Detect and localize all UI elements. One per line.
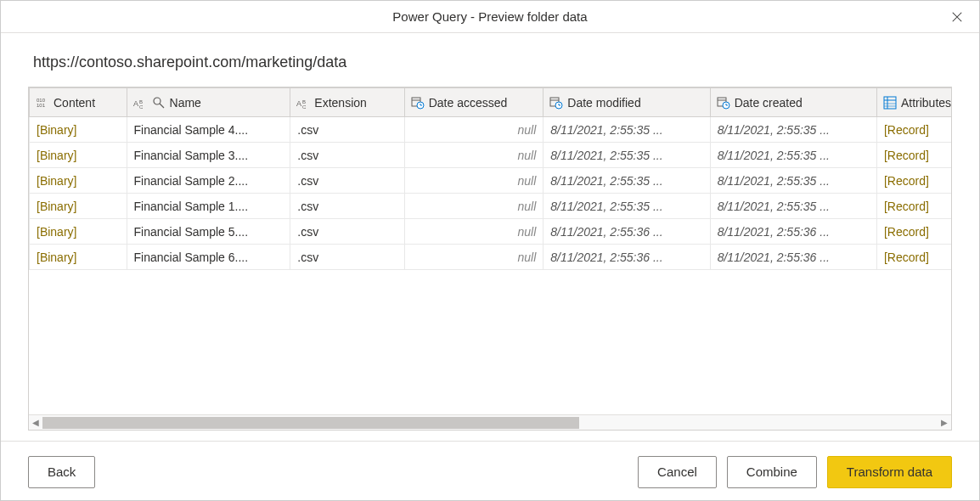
table-cell[interactable]: 8/11/2021, 2:55:35 ...: [710, 194, 876, 219]
close-icon: [951, 11, 963, 23]
table-cell[interactable]: 8/11/2021, 2:55:36 ...: [544, 219, 710, 245]
svg-text:101: 101: [37, 103, 46, 108]
table-cell[interactable]: null: [404, 117, 544, 143]
table-row[interactable]: [Binary]Financial Sample 1.....csvnull8/…: [30, 194, 952, 219]
svg-text:C: C: [302, 104, 307, 110]
titlebar: Power Query - Preview folder data: [1, 1, 979, 33]
combine-button[interactable]: Combine: [727, 456, 817, 488]
scrollbar-thumb[interactable]: [42, 417, 579, 429]
svg-line-6: [160, 104, 164, 108]
preview-table-container: 010101 Content ABC: [28, 87, 952, 431]
table-cell[interactable]: .csv: [290, 168, 404, 194]
col-header-attributes[interactable]: Attributes: [876, 88, 951, 117]
table-body: [Binary]Financial Sample 4.....csvnull8/…: [30, 117, 952, 270]
folder-path: https://contoso.sharepoint.com/marketing…: [28, 53, 952, 71]
table-cell[interactable]: .csv: [290, 117, 404, 143]
col-header-date-accessed[interactable]: Date accessed: [404, 88, 544, 117]
text-type-icon: ABC: [296, 96, 311, 110]
table-cell[interactable]: Financial Sample 2....: [127, 168, 290, 194]
table-cell[interactable]: 8/11/2021, 2:55:35 ...: [710, 168, 876, 194]
table-row[interactable]: [Binary]Financial Sample 2.....csvnull8/…: [30, 168, 952, 194]
table-cell[interactable]: [Record]: [876, 143, 951, 168]
svg-rect-25: [884, 97, 896, 109]
table-cell[interactable]: 8/11/2021, 2:55:35 ...: [544, 117, 710, 143]
table-cell[interactable]: 8/11/2021, 2:55:35 ...: [710, 143, 876, 168]
table-cell[interactable]: [Binary]: [30, 117, 127, 143]
table-cell[interactable]: 8/11/2021, 2:55:36 ...: [544, 245, 710, 270]
svg-text:C: C: [139, 104, 144, 110]
table-row[interactable]: [Binary]Financial Sample 3.....csvnull8/…: [30, 143, 952, 168]
table-cell[interactable]: [Binary]: [30, 245, 127, 270]
table-cell[interactable]: Financial Sample 5....: [127, 219, 290, 245]
datetime-type-icon: [410, 96, 425, 110]
table-cell[interactable]: 8/11/2021, 2:55:35 ...: [710, 117, 876, 143]
key-icon: [151, 96, 166, 110]
datetime-type-icon: [549, 96, 564, 110]
table-cell[interactable]: 8/11/2021, 2:55:36 ...: [710, 219, 876, 245]
dialog-content: https://contoso.sharepoint.com/marketing…: [1, 33, 979, 441]
table-cell[interactable]: .csv: [290, 245, 404, 270]
table-cell[interactable]: [Record]: [876, 219, 951, 245]
table-cell[interactable]: Financial Sample 3....: [127, 143, 290, 168]
back-button[interactable]: Back: [28, 456, 95, 488]
table-cell[interactable]: [Binary]: [30, 143, 127, 168]
table-cell[interactable]: 8/11/2021, 2:55:36 ...: [710, 245, 876, 270]
window-title: Power Query - Preview folder data: [392, 9, 587, 24]
table-header-row: 010101 Content ABC: [30, 88, 952, 117]
table-cell[interactable]: 8/11/2021, 2:55:35 ...: [544, 143, 710, 168]
table-cell[interactable]: [Binary]: [30, 168, 127, 194]
cancel-button[interactable]: Cancel: [638, 456, 717, 488]
table-row[interactable]: [Binary]Financial Sample 6.....csvnull8/…: [30, 245, 952, 270]
table-row[interactable]: [Binary]Financial Sample 5.....csvnull8/…: [30, 219, 952, 245]
scroll-right-arrow-icon[interactable]: ▶: [938, 416, 951, 430]
svg-text:A: A: [133, 99, 138, 108]
table-cell[interactable]: null: [404, 219, 544, 245]
table-cell[interactable]: 8/11/2021, 2:55:35 ...: [544, 168, 710, 194]
table-row[interactable]: [Binary]Financial Sample 4.....csvnull8/…: [30, 117, 952, 143]
table-cell[interactable]: Financial Sample 1....: [127, 194, 290, 219]
text-type-icon: ABC: [132, 96, 148, 110]
table-scroll-area: 010101 Content ABC: [29, 87, 951, 414]
table-cell[interactable]: null: [404, 168, 544, 194]
scroll-left-arrow-icon[interactable]: ◀: [29, 416, 42, 430]
table-cell[interactable]: Financial Sample 6....: [127, 245, 290, 270]
col-header-date-modified[interactable]: Date modified: [544, 88, 710, 117]
dialog-footer: Back Cancel Combine Transform data: [1, 441, 979, 501]
record-type-icon: [882, 96, 898, 110]
col-header-name[interactable]: ABC Name: [127, 88, 290, 117]
table-cell[interactable]: .csv: [290, 219, 404, 245]
table-cell[interactable]: null: [404, 194, 544, 219]
table-cell[interactable]: .csv: [290, 143, 404, 168]
table-cell[interactable]: null: [404, 143, 544, 168]
col-header-content[interactable]: 010101 Content: [30, 88, 127, 117]
table-cell[interactable]: [Binary]: [30, 219, 127, 245]
table-cell[interactable]: [Record]: [876, 117, 951, 143]
table-cell[interactable]: [Binary]: [30, 194, 127, 219]
datetime-type-icon: [716, 96, 731, 110]
svg-point-5: [154, 98, 161, 104]
close-button[interactable]: [938, 1, 976, 33]
table-cell[interactable]: [Record]: [876, 245, 951, 270]
col-header-date-created[interactable]: Date created: [710, 88, 876, 117]
col-header-extension[interactable]: ABC Extension: [290, 88, 404, 117]
table-cell[interactable]: [Record]: [876, 168, 951, 194]
horizontal-scrollbar[interactable]: ◀ ▶: [29, 414, 951, 430]
table-cell[interactable]: 8/11/2021, 2:55:35 ...: [544, 194, 710, 219]
table-cell[interactable]: [Record]: [876, 194, 951, 219]
transform-data-button[interactable]: Transform data: [827, 456, 952, 488]
table-cell[interactable]: .csv: [290, 194, 404, 219]
preview-table: 010101 Content ABC: [29, 87, 951, 270]
binary-type-icon: 010101: [35, 96, 50, 110]
scrollbar-track[interactable]: [42, 417, 938, 429]
table-cell[interactable]: null: [404, 245, 544, 270]
svg-text:A: A: [296, 99, 301, 108]
table-cell[interactable]: Financial Sample 4....: [127, 117, 290, 143]
